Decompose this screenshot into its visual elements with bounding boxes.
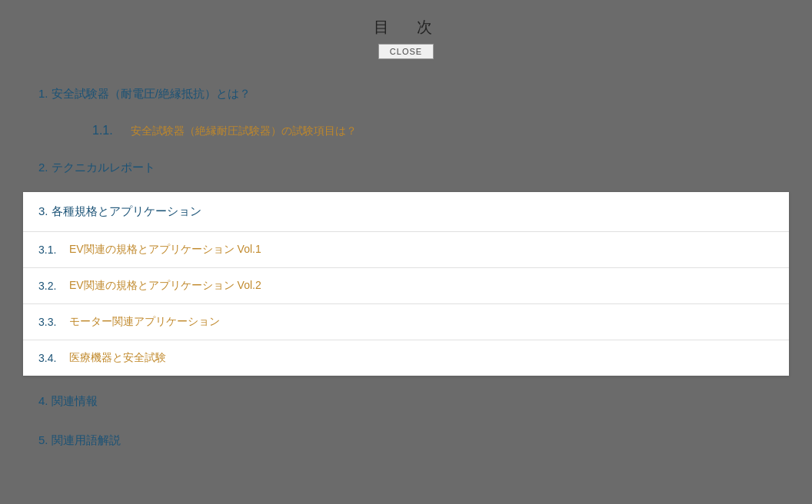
toc-card-3: 3. 各種規格とアプリケーション 3.1. EV関連の規格とアプリケーション V… (23, 192, 789, 376)
toc-item-3-4[interactable]: 3.4. 医療機器と安全試験 (23, 340, 789, 376)
toc-title: 目 次 (0, 17, 812, 38)
toc-item-2-label: テクニカルレポート (52, 161, 155, 174)
toc-item-3-3-label: モーター関連アプリケーション (69, 304, 220, 340)
toc-item-3-2-label: EV関連の規格とアプリケーション Vol.2 (69, 268, 261, 303)
toc-item-1[interactable]: 1. 安全試験器（耐電圧/絶縁抵抗）とは？ (0, 75, 812, 114)
toc-item-3-3[interactable]: 3.3. モーター関連アプリケーション (23, 303, 789, 340)
toc-item-3-4-label: 医療機器と安全試験 (69, 340, 166, 376)
toc-item-2[interactable]: 2. テクニカルレポート (0, 148, 812, 187)
toc-item-5-number: 5. (38, 433, 52, 446)
toc-item-5[interactable]: 5. 関連用語解説 (0, 421, 812, 460)
toc-item-3[interactable]: 3. 各種規格とアプリケーション (23, 192, 789, 231)
toc-item-4[interactable]: 4. 関連情報 (0, 382, 812, 421)
toc-item-3-4-number: 3.4. (23, 352, 69, 364)
page-container: 目 次 CLOSE 1. 安全試験器（耐電圧/絶縁抵抗）とは？ 1.1. 安全試… (0, 0, 812, 504)
toc-item-1-1[interactable]: 1.1. 安全試験器（絶縁耐圧試験器）の試験項目は？ (0, 114, 812, 148)
toc-item-3-2[interactable]: 3.2. EV関連の規格とアプリケーション Vol.2 (23, 267, 789, 303)
toc-header: 目 次 CLOSE (0, 0, 812, 67)
toc-item-3-label: 各種規格とアプリケーション (52, 204, 201, 217)
toc-item-5-label: 関連用語解説 (52, 433, 121, 446)
toc-item-1-number: 1. (38, 87, 52, 100)
close-button[interactable]: CLOSE (378, 44, 434, 59)
toc-item-2-number: 2. (38, 161, 52, 174)
toc-item-1-1-label: 安全試験器（絶縁耐圧試験器）の試験項目は？ (131, 124, 357, 137)
toc-item-4-label: 関連情報 (52, 394, 98, 407)
toc-item-3-number: 3. (38, 204, 52, 217)
toc-item-3-3-number: 3.3. (23, 316, 69, 328)
toc-item-3-2-number: 3.2. (23, 280, 69, 292)
toc-item-4-number: 4. (38, 394, 52, 407)
toc-item-1-label: 安全試験器（耐電圧/絶縁抵抗）とは？ (52, 87, 251, 100)
toc-item-3-1[interactable]: 3.1. EV関連の規格とアプリケーション Vol.1 (23, 231, 789, 267)
toc-item-1-1-number: 1.1. (92, 123, 131, 139)
toc-item-3-1-number: 3.1. (23, 244, 69, 256)
toc-item-3-1-label: EV関連の規格とアプリケーション Vol.1 (69, 232, 261, 267)
